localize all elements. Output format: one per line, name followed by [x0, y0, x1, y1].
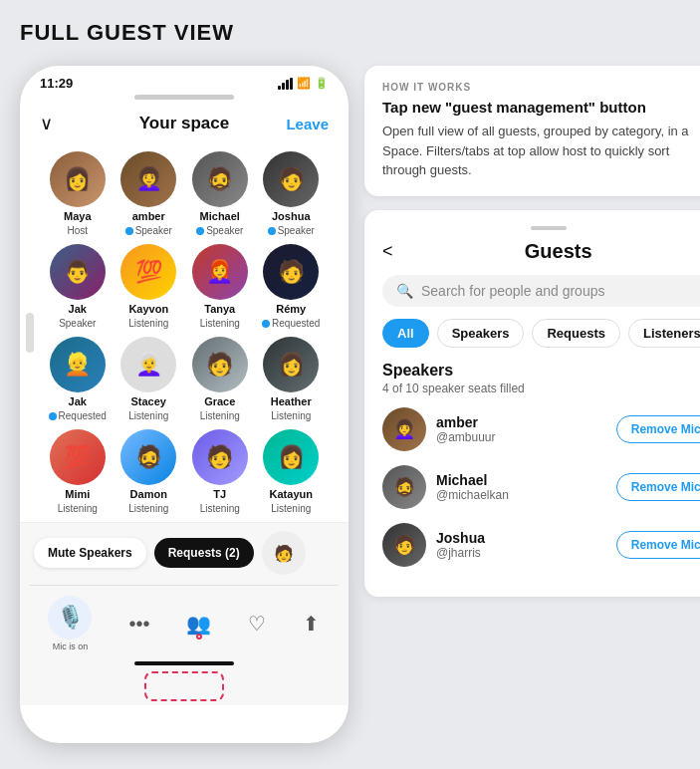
- tab-requests[interactable]: Requests: [532, 319, 620, 348]
- info-card-title: Tap new "guest management" button: [382, 99, 700, 116]
- list-item: 🧑 Joshua Speaker: [258, 151, 326, 236]
- phone-bottom-bar: Mute Speakers Requests (2) 🧑 🎙️ Mic is o…: [20, 522, 349, 705]
- guests-title: Guests: [401, 240, 700, 263]
- right-panel: HOW IT WORKS Tap new "guest management" …: [364, 66, 700, 597]
- list-item: 🧑 TJ Listening: [186, 429, 254, 514]
- dotted-arrow-indicator: [144, 671, 224, 701]
- share-button[interactable]: ⬆: [303, 612, 320, 636]
- avatar: 💯: [120, 244, 176, 300]
- avatar: 🧑: [382, 523, 426, 567]
- list-item: 👩‍🦰 Tanya Listening: [186, 244, 254, 329]
- guest-info: Michael @michaelkan: [436, 472, 606, 502]
- tab-speakers[interactable]: Speakers: [437, 319, 525, 348]
- tab-all[interactable]: All: [382, 319, 429, 348]
- search-input[interactable]: Search for people and groups: [421, 283, 604, 299]
- list-item: 💯 Mimi Listening: [44, 429, 112, 514]
- list-item: 👩 Maya Host: [44, 151, 112, 236]
- list-item: 🧔 Damon Listening: [116, 429, 183, 514]
- avatar: 💯: [50, 429, 106, 485]
- avatar: 👩‍🦱: [382, 407, 426, 451]
- avatar-small: 🧑: [262, 531, 306, 575]
- mute-speakers-button[interactable]: Mute Speakers: [34, 538, 146, 568]
- table-row: 🧔 Michael @michaelkan Remove Mic: [382, 465, 700, 509]
- guest-name: Joshua: [436, 530, 606, 546]
- avatar: 👩: [50, 151, 106, 207]
- scroll-indicator: [26, 313, 34, 353]
- list-item: 👩‍🦳 Stacey Listening: [116, 337, 183, 421]
- heart-button[interactable]: ♡: [248, 612, 266, 636]
- action-row: Mute Speakers Requests (2) 🧑: [30, 531, 339, 579]
- battery-icon: 🔋: [315, 77, 329, 90]
- guest-handle: @ambuuur: [436, 430, 606, 444]
- notification-dot: [196, 634, 202, 640]
- more-icon: •••: [128, 613, 149, 636]
- filter-tabs: All Speakers Requests Listeners: [382, 319, 700, 348]
- info-card: HOW IT WORKS Tap new "guest management" …: [364, 66, 700, 196]
- guest-info: Joshua @jharris: [436, 530, 606, 560]
- search-bar[interactable]: 🔍 Search for people and groups: [382, 275, 700, 307]
- guests-header: < Guests: [382, 240, 700, 263]
- list-item: 👱 Jak Requested: [44, 337, 112, 421]
- guest-name: amber: [436, 414, 606, 430]
- more-button[interactable]: •••: [128, 613, 149, 636]
- leave-button[interactable]: Leave: [286, 116, 329, 132]
- status-icons: 📶 🔋: [278, 77, 329, 90]
- people-icon: 👥: [186, 612, 211, 636]
- phone-notch: [134, 95, 234, 100]
- people-button[interactable]: 👥: [186, 612, 211, 636]
- info-card-label: HOW IT WORKS: [382, 82, 700, 93]
- avatar: 🧔: [382, 465, 426, 509]
- avatar: 👩‍🦳: [120, 337, 176, 392]
- search-icon: 🔍: [396, 283, 413, 299]
- avatar: 👩‍🦱: [120, 151, 176, 207]
- heart-icon: ♡: [248, 612, 266, 636]
- phone-mockup: 11:29 📶 🔋 ∨ Your space Leave: [20, 66, 349, 743]
- table-row: 👩‍🦱 amber @ambuuur Remove Mic: [382, 407, 700, 451]
- remove-mic-button[interactable]: Remove Mic: [616, 415, 700, 443]
- remove-mic-button[interactable]: Remove Mic: [616, 531, 700, 559]
- avatar: 👱: [50, 337, 106, 392]
- avatar: 🧑: [192, 337, 248, 392]
- speakers-section-subtitle: 4 of 10 speaker seats filled: [382, 382, 700, 395]
- avatar: 🧔: [192, 151, 248, 207]
- list-item: 🧑 Rémy Requested: [258, 244, 326, 329]
- avatar: 👨: [50, 244, 106, 300]
- signal-icon: [278, 78, 293, 90]
- guest-name: Michael: [436, 472, 606, 488]
- list-item: 🧑 Grace Listening: [186, 337, 254, 421]
- guest-info: amber @ambuuur: [436, 414, 606, 444]
- wifi-icon: 📶: [297, 77, 311, 90]
- guest-handle: @michaelkan: [436, 488, 606, 502]
- avatar: 👩: [263, 337, 319, 392]
- avatar: 👩: [263, 429, 319, 485]
- phone-header: ∨ Your space Leave: [20, 108, 349, 143]
- list-item: 👨 Jak Speaker: [44, 244, 112, 329]
- list-item: 👩 Heather Listening: [258, 337, 326, 421]
- tab-listeners[interactable]: Listeners: [628, 319, 700, 348]
- back-button[interactable]: <: [382, 241, 393, 262]
- avatar: 👩‍🦰: [192, 244, 248, 300]
- mic-button[interactable]: 🎙️ Mic is on: [48, 596, 92, 651]
- avatar: 🧑: [192, 429, 248, 485]
- mic-icon: 🎙️: [48, 596, 92, 640]
- page-title: FULL GUEST VIEW: [20, 20, 680, 46]
- list-item: 👩 Katayun Listening: [258, 429, 326, 514]
- guests-panel: < Guests 🔍 Search for people and groups …: [364, 210, 700, 597]
- avatar-grid: 👩 Maya Host 👩‍🦱 amber Speaker 🧔 Michael …: [32, 143, 337, 522]
- table-row: 🧑 Joshua @jharris Remove Mic: [382, 523, 700, 567]
- requests-button[interactable]: Requests (2): [154, 538, 254, 568]
- list-item: 🧔 Michael Speaker: [186, 151, 254, 236]
- share-icon: ⬆: [303, 612, 320, 636]
- avatar: 🧔: [120, 429, 176, 485]
- list-item: 👩‍🦱 amber Speaker: [116, 151, 183, 236]
- list-item: 💯 Kayvon Listening: [116, 244, 183, 329]
- avatar: 🧑: [263, 244, 319, 300]
- status-bar: 11:29 📶 🔋: [20, 66, 349, 95]
- space-title: Your space: [139, 114, 229, 133]
- panel-notch: [531, 226, 567, 230]
- status-time: 11:29: [40, 76, 73, 91]
- chevron-down-icon[interactable]: ∨: [40, 113, 53, 134]
- info-card-text: Open full view of all guests, grouped by…: [382, 122, 700, 180]
- remove-mic-button[interactable]: Remove Mic: [616, 473, 700, 501]
- speakers-section-title: Speakers: [382, 362, 700, 380]
